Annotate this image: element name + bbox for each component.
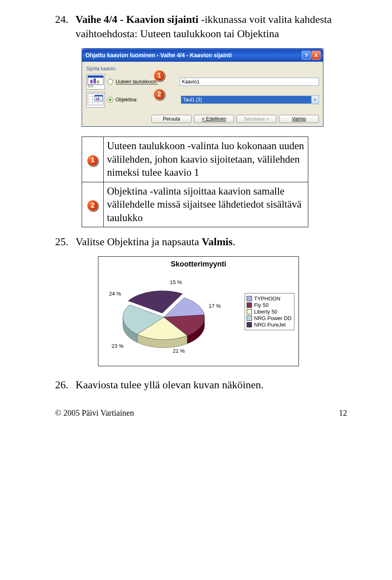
step-number: 26.: [55, 378, 76, 392]
wizard-dialog: Ohjattu kaavion luominen - Vaihe 4/4 - K…: [82, 48, 323, 127]
radio-new-sheet[interactable]: [107, 79, 113, 85]
chart-legend: TYPHOONFly 50Liberty 50NRG Power DDNRG P…: [245, 293, 294, 330]
close-button[interactable]: X: [312, 51, 321, 60]
legend-item: NRG Power DD: [247, 315, 292, 321]
footer-pagenum: 12: [339, 408, 347, 418]
legend-label: NRG Power DD: [254, 315, 292, 321]
legend-swatch: [247, 302, 252, 308]
label-24: 24 %: [109, 291, 121, 297]
svg-rect-15: [98, 97, 99, 100]
badge-cell: 1: [82, 137, 104, 182]
object-sheet-value: Taul1 (3): [183, 97, 202, 103]
next-button: Seuraava >: [236, 115, 276, 123]
step-text: Valitse Objektina ja napsauta Valmis.: [76, 235, 235, 249]
option-new-sheet[interactable]: 1 Uuteen taulukkoon: Kaavio1: [86, 74, 319, 90]
dialog-titlebar: Ohjattu kaavion luominen - Vaihe 4/4 - K…: [82, 49, 323, 62]
step-25-a: Valitse Objektina ja napsauta: [76, 236, 202, 248]
option-object[interactable]: 2 Objektina: Taul1 (3) ▾: [86, 92, 319, 107]
chart-box: Skootterimyynti 15 % 17 % 21 % 23 % 24 %…: [98, 256, 299, 366]
step-26: 26. Kaaviosta tulee yllä olevan kuvan nä…: [55, 378, 347, 392]
label-17: 17 %: [209, 303, 221, 309]
callout-badge-1-cell: 1: [87, 155, 98, 166]
help-icon: ?: [305, 52, 308, 58]
chevron-down-icon: ▾: [314, 98, 316, 102]
help-button[interactable]: ?: [302, 51, 311, 60]
svg-rect-14: [96, 98, 97, 100]
svg-rect-5: [88, 85, 93, 87]
legend-item: Fly 50: [247, 302, 292, 308]
badge-cell: 2: [82, 182, 104, 227]
legend-label: Fly 50: [254, 302, 268, 308]
step-number: 25.: [55, 235, 76, 249]
legend-label: NRG PureJet: [254, 322, 285, 328]
legend-item: TYPHOON: [247, 296, 292, 302]
label-23: 23 %: [111, 343, 124, 349]
table-row: 1 Uuteen taulukkoon -valinta luo kokonaa…: [82, 137, 308, 182]
legend-label: Liberty 50: [254, 309, 277, 315]
new-sheet-name-field[interactable]: Kaavio1: [180, 78, 319, 86]
close-icon: X: [314, 52, 318, 58]
legend-swatch: [247, 309, 252, 314]
callout-badge-1: 1: [154, 70, 165, 81]
back-button[interactable]: < Edellinen: [194, 115, 234, 123]
callout-badge-2-cell: 2: [87, 200, 98, 211]
svg-rect-13: [95, 95, 102, 96]
footer-copyright: © 2005 Päivi Vartiainen: [55, 408, 134, 418]
legend-swatch: [247, 322, 252, 327]
place-label: Sijoita kaavio:: [86, 66, 319, 72]
step-24-bold: Vaihe 4/4 - Kaavion sijainti: [76, 13, 198, 25]
label-21: 21 %: [173, 348, 185, 354]
legend-swatch: [247, 296, 252, 301]
finish-button[interactable]: Valmis: [279, 115, 319, 123]
callout-1-text: Uuteen taulukkoon -valinta luo kokonaan …: [104, 137, 308, 182]
opt-object-label: Objektina:: [116, 97, 138, 103]
table-row: 2 Objektina -valinta sijoittaa kaavion s…: [82, 182, 308, 227]
step-25-b: Valmis: [202, 236, 233, 248]
step-25: 25. Valitse Objektina ja napsauta Valmis…: [55, 235, 347, 249]
svg-rect-3: [94, 78, 96, 83]
thumb-object-icon: [86, 92, 105, 107]
svg-rect-1: [88, 76, 103, 78]
callout-table: 1 Uuteen taulukkoon -valinta luo kokonaa…: [82, 137, 308, 227]
step-25-c: .: [233, 236, 236, 248]
step-number: 24.: [55, 12, 76, 41]
callout-badge-2: 2: [154, 89, 165, 100]
page-footer: © 2005 Päivi Vartiainen 12: [55, 408, 347, 421]
step-text: Vaihe 4/4 - Kaavion sijainti -ikkunassa …: [76, 12, 347, 41]
dialog-title: Ohjattu kaavion luominen - Vaihe 4/4 - K…: [85, 52, 232, 58]
chart-title: Skootterimyynti: [102, 260, 294, 269]
opt-new-sheet-label: Uuteen taulukkoon:: [116, 79, 158, 85]
new-sheet-name-value: Kaavio1: [182, 79, 199, 85]
step-text: Kaaviosta tulee yllä olevan kuvan näköin…: [76, 378, 264, 392]
svg-rect-2: [90, 80, 93, 83]
pie-chart: 15 % 17 % 21 % 23 % 24 %: [102, 278, 245, 360]
svg-rect-4: [97, 81, 99, 83]
radio-object[interactable]: [107, 97, 113, 103]
svg-rect-16: [99, 99, 100, 100]
thumb-new-sheet-icon: [86, 74, 105, 90]
legend-item: NRG PureJet: [247, 322, 292, 328]
legend-swatch: [247, 316, 252, 321]
legend-label: TYPHOON: [254, 296, 280, 302]
cancel-button[interactable]: Peruuta: [151, 115, 192, 123]
label-15: 15 %: [170, 279, 182, 285]
step-24: 24. Vaihe 4/4 - Kaavion sijainti -ikkuna…: [55, 12, 347, 41]
combo-dropdown-button[interactable]: ▾: [312, 95, 319, 104]
callout-2-text: Objektina -valinta sijoittaa kaavion sam…: [104, 182, 308, 227]
object-sheet-combo[interactable]: Taul1 (3): [181, 96, 312, 104]
legend-item: Liberty 50: [247, 309, 292, 315]
